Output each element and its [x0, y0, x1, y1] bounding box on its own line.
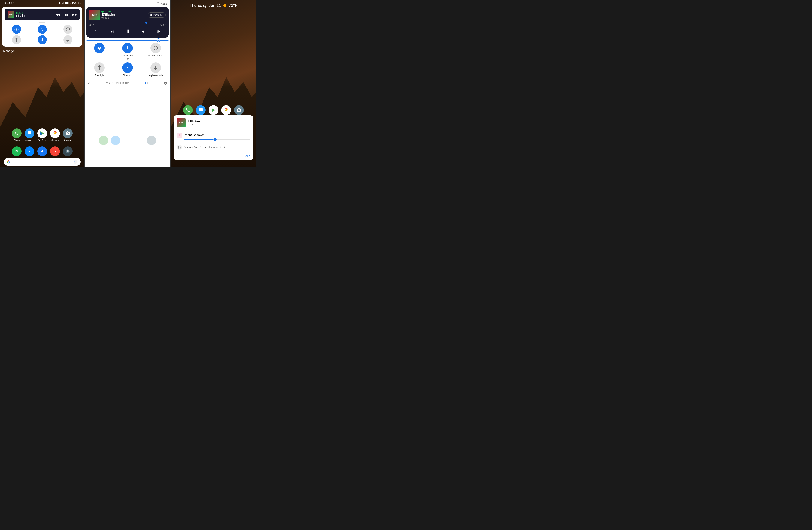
app5-icon-left[interactable] — [63, 146, 73, 156]
flashlight-tile-label: Flashlight — [95, 74, 104, 77]
tile-dnd[interactable]: Do Not Disturb — [143, 43, 169, 60]
quick-settings-card: WZRD Spotify Efflictim ◀◀ ▮▮ ▶▶ — [2, 6, 82, 46]
app-chrome-right[interactable] — [221, 105, 231, 115]
drag-handle — [4, 22, 80, 23]
volume-thumb[interactable] — [214, 138, 217, 141]
phone-speaker-row[interactable]: Phone speaker — [174, 130, 253, 142]
widget-controls[interactable]: ◀◀ ▮▮ ▶▶ — [56, 13, 77, 16]
pause-btn-center[interactable]: ⏸ — [125, 28, 130, 34]
playstore-icon-left[interactable] — [37, 128, 47, 138]
facebook-icon-left[interactable] — [37, 146, 47, 156]
tile-flashlight[interactable]: Flashlight — [86, 62, 112, 77]
wifi-status-icon — [58, 2, 61, 4]
data-tile-icon[interactable] — [122, 43, 133, 53]
playstore-icon-right[interactable] — [208, 105, 218, 115]
panel-right: Thursday, Jun 11 73°F — [171, 0, 256, 168]
progress-thumb[interactable] — [145, 22, 147, 24]
playback-controls[interactable]: ♡ ⏮ ⏸ ⏭ ⊖ — [89, 28, 165, 34]
version-text: 11 (RPB1.200504.018) — [106, 82, 129, 84]
headphones-icon — [178, 145, 181, 149]
app-messages-left[interactable]: Messages — [25, 128, 34, 141]
progress-bar[interactable] — [89, 23, 165, 23]
tile-wifi[interactable] — [86, 43, 112, 60]
album-art-center: WZRD — [89, 10, 100, 20]
phone-speaker-btn[interactable]: Phone s... — [148, 12, 165, 18]
dot-2 — [147, 82, 148, 84]
data-tile-label: Mobile data — [122, 54, 133, 57]
visible-indicator: Visible — [157, 2, 168, 5]
spotify-label-center: Spotify — [101, 11, 146, 13]
pause-btn-widget[interactable]: ▮▮ — [64, 13, 68, 16]
svg-rect-12 — [16, 39, 17, 41]
tile-airplane[interactable]: Airplane mode — [143, 62, 169, 77]
recorder-icon-left[interactable] — [50, 146, 60, 156]
heart-btn[interactable]: ♡ — [95, 29, 99, 34]
messages-icon-left[interactable] — [25, 128, 34, 138]
spotify-icon-left[interactable] — [12, 146, 21, 156]
svg-point-14 — [67, 133, 68, 134]
volume-track[interactable] — [184, 139, 250, 140]
phone-icon-right[interactable] — [183, 105, 193, 115]
google-g-icon — [7, 160, 10, 163]
music-widget[interactable]: WZRD Spotify Efflictim ◀◀ ▮▮ ▶▶ — [4, 9, 80, 20]
app-spotify-left[interactable] — [12, 146, 21, 156]
app-camera-right[interactable] — [234, 105, 244, 115]
camera-icon-left[interactable] — [63, 128, 73, 138]
dnd-tile-icon[interactable] — [150, 43, 161, 53]
next-btn-widget[interactable]: ▶▶ — [72, 13, 77, 16]
flashlight-tile-icon[interactable] — [94, 62, 105, 73]
app-phone-left[interactable]: Phone — [12, 128, 21, 141]
bluetooth-tile-icon[interactable] — [122, 62, 133, 73]
brightness-icon — [157, 39, 160, 41]
phone-label-left: Phone — [14, 139, 20, 141]
dnd-toggle[interactable] — [63, 25, 72, 34]
weather-sun-icon — [223, 4, 226, 7]
phone-speaker-name: Phone speaker — [184, 133, 204, 137]
chrome-icon-left[interactable] — [50, 128, 60, 138]
chrome-icon-right[interactable] — [221, 105, 231, 115]
app-playstore-left[interactable]: Play Store — [37, 128, 47, 141]
brightness-row[interactable] — [86, 40, 169, 41]
app-messenger-left[interactable] — [25, 146, 34, 156]
pixel-buds-row[interactable]: Jason's Pixel Buds (disconnected) — [174, 142, 253, 152]
app-chrome-left[interactable]: Chrome — [50, 128, 60, 141]
app-camera-left[interactable]: Camera — [63, 128, 73, 141]
prev-btn-widget[interactable]: ◀◀ — [56, 13, 60, 16]
widget-title: Efflictim — [16, 14, 25, 17]
next-btn-center[interactable]: ⏭ — [141, 29, 146, 34]
data-toggle[interactable] — [38, 25, 47, 34]
search-bar-left[interactable] — [4, 158, 81, 166]
messages-icon-right[interactable] — [196, 105, 205, 115]
messenger-icon-left[interactable] — [25, 146, 34, 156]
app-recorder-left[interactable] — [50, 146, 60, 156]
phone-icon-left[interactable] — [12, 128, 21, 138]
app-messages-right[interactable] — [196, 105, 205, 115]
brightness-track[interactable] — [86, 40, 169, 41]
wifi-toggle[interactable] — [12, 25, 21, 34]
panel-center: Visible WZRD Spotify Efflictim WZRD Phon… — [84, 0, 171, 168]
bluetooth-toggle[interactable] — [38, 35, 47, 44]
prev-btn-center[interactable]: ⏮ — [110, 29, 114, 34]
app-phone-right[interactable] — [183, 105, 193, 115]
bottom-bar-center: 11 (RPB1.200504.018) — [85, 79, 171, 87]
music-card-header: WZRD Spotify Efflictim WZRD Phone s... — [89, 10, 165, 20]
app-facebook-left[interactable] — [37, 146, 47, 156]
tile-mobile-data[interactable]: Mobile data LTE — [115, 43, 141, 60]
minus-btn-center[interactable]: ⊖ — [157, 29, 160, 34]
app-playstore-right[interactable] — [208, 105, 218, 115]
flashlight-toggle[interactable] — [12, 35, 21, 44]
settings-icon-center[interactable] — [164, 81, 168, 85]
svg-rect-3 — [63, 2, 63, 4]
airplane-tile-icon[interactable] — [150, 62, 161, 73]
done-button[interactable]: Done — [243, 154, 250, 158]
airplane-toggle[interactable] — [63, 35, 72, 44]
phone-speaker-label-row: Phone speaker — [177, 133, 250, 138]
edit-icon[interactable] — [88, 82, 90, 85]
quick-toggles-grid — [4, 25, 80, 44]
tile-bluetooth[interactable]: Bluetooth — [115, 62, 141, 77]
svg-point-23 — [73, 160, 77, 164]
wifi-tile-icon[interactable] — [94, 43, 105, 53]
track-name-center: Efflictim — [101, 13, 146, 17]
app5-left[interactable] — [63, 146, 73, 156]
camera-icon-right[interactable] — [234, 105, 244, 115]
